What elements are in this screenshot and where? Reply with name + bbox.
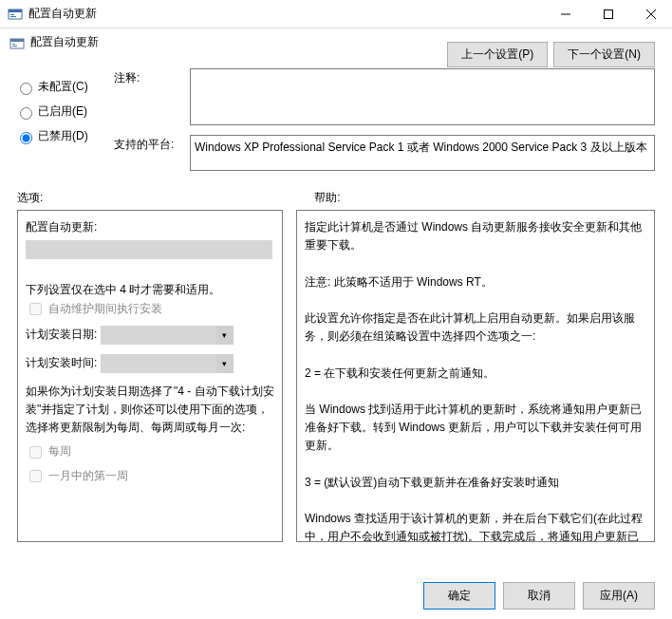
platform-text: Windows XP Professional Service Pack 1 或… xyxy=(195,141,647,154)
maintenance-checkbox[interactable] xyxy=(29,303,42,315)
install-time-label: 计划安装时间: xyxy=(26,356,97,369)
radio-not-configured-label: 未配置(C) xyxy=(38,79,88,95)
chevron-down-icon: ▾ xyxy=(216,354,233,373)
comment-field[interactable] xyxy=(190,68,655,125)
help-panel[interactable]: 指定此计算机是否通过 Windows 自动更新服务接收安全更新和其他重要下载。 … xyxy=(296,210,655,542)
radio-not-configured-input[interactable] xyxy=(20,83,32,95)
header-title: 配置自动更新 xyxy=(30,34,99,50)
svg-rect-9 xyxy=(10,39,24,42)
maximize-button[interactable] xyxy=(587,0,629,28)
svg-rect-11 xyxy=(12,46,17,47)
install-date-label: 计划安装日期: xyxy=(26,328,97,341)
first-week-label: 一月中的第一周 xyxy=(48,469,128,482)
help-label: 帮助: xyxy=(314,190,340,206)
app-icon xyxy=(8,7,23,22)
maintenance-label: 自动维护期间执行安装 xyxy=(48,302,162,315)
options-label: 选项: xyxy=(17,190,43,206)
radio-enabled[interactable]: 已启用(E) xyxy=(0,102,109,122)
install-date-combo[interactable]: ▾ xyxy=(101,326,233,345)
help-text: 此设置允许你指定是否在此计算机上启用自动更新。如果启用该服务，则必须在组策略设置… xyxy=(305,310,646,346)
platform-label: 支持的平台: xyxy=(114,135,190,171)
svg-rect-1 xyxy=(9,9,22,12)
options-panel[interactable]: 配置自动更新: 下列设置仅在选中 4 时才需要和适用。 自动维护期间执行安装 计… xyxy=(17,210,283,542)
schedule-note: 如果你为计划安装日期选择了"4 - 自动下载计划安装"并指定了计划，则你还可以使… xyxy=(26,383,274,438)
radio-disabled-label: 已禁用(D) xyxy=(38,128,88,144)
radio-disabled-input[interactable] xyxy=(20,132,32,144)
svg-rect-3 xyxy=(10,16,16,17)
svg-rect-10 xyxy=(12,44,15,45)
window-titlebar: 配置自动更新 xyxy=(0,0,672,28)
weekly-checkbox[interactable] xyxy=(29,446,42,459)
help-text: 注意: 此策略不适用于 Windows RT。 xyxy=(305,273,646,291)
cancel-button[interactable]: 取消 xyxy=(503,582,575,610)
first-week-checkbox-row[interactable]: 一月中的第一周 xyxy=(26,467,274,485)
svg-rect-2 xyxy=(10,14,14,15)
weekly-label: 每周 xyxy=(48,444,71,458)
next-setting-button[interactable]: 下一个设置(N) xyxy=(553,42,655,67)
radio-enabled-label: 已启用(E) xyxy=(38,103,87,120)
header: 配置自动更新 上一个设置(P) 下一个设置(N) xyxy=(0,28,672,65)
comment-label: 注释: xyxy=(114,68,190,125)
svg-rect-5 xyxy=(604,9,612,18)
apply-button[interactable]: 应用(A) xyxy=(583,582,655,610)
chevron-down-icon: ▾ xyxy=(216,326,233,345)
close-button[interactable] xyxy=(629,0,672,28)
help-text: 3 = (默认设置)自动下载更新并在准备好安装时通知 xyxy=(305,474,646,492)
options-title: 配置自动更新: xyxy=(26,218,274,236)
weekly-checkbox-row[interactable]: 每周 xyxy=(26,442,274,460)
install-time-combo[interactable]: ▾ xyxy=(101,354,233,373)
ok-button[interactable]: 确定 xyxy=(423,582,495,610)
configure-combo[interactable] xyxy=(26,240,272,259)
platform-field[interactable]: Windows XP Professional Service Pack 1 或… xyxy=(190,135,655,171)
radio-enabled-input[interactable] xyxy=(20,107,32,120)
radio-not-configured[interactable]: 未配置(C) xyxy=(0,77,109,97)
window-title: 配置自动更新 xyxy=(28,6,544,22)
maintenance-checkbox-row[interactable]: 自动维护期间执行安装 xyxy=(26,300,274,318)
first-week-checkbox[interactable] xyxy=(29,470,42,482)
policy-icon xyxy=(9,36,25,51)
options-note: 下列设置仅在选中 4 时才需要和适用。 xyxy=(26,281,274,299)
help-text: 2 = 在下载和安装任何更新之前通知。 xyxy=(305,365,646,383)
radio-disabled[interactable]: 已禁用(D) xyxy=(0,126,109,146)
previous-setting-button[interactable]: 上一个设置(P) xyxy=(447,42,548,67)
help-text: Windows 查找适用于该计算机的更新，并在后台下载它们(在此过程中，用户不会… xyxy=(305,510,646,542)
help-text: 指定此计算机是否通过 Windows 自动更新服务接收安全更新和其他重要下载。 xyxy=(305,218,646,254)
help-text: 当 Windows 找到适用于此计算机的更新时，系统将通知用户更新已准备好下载。… xyxy=(305,401,646,456)
minimize-button[interactable] xyxy=(544,0,587,28)
